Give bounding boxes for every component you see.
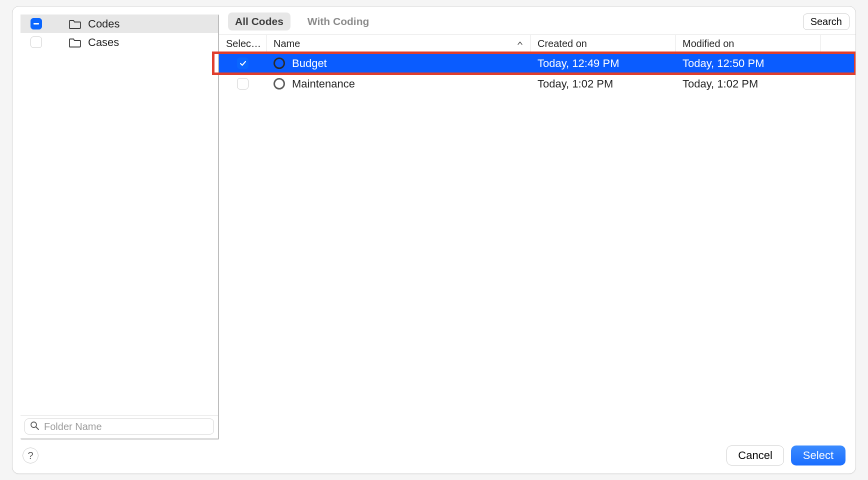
column-label: Selec… bbox=[226, 38, 261, 50]
table-row[interactable]: Maintenance Today, 1:02 PM Today, 1:02 P… bbox=[219, 74, 856, 94]
row-name: Maintenance bbox=[292, 78, 355, 90]
sidebar-search bbox=[20, 415, 218, 438]
column-header-modified[interactable]: Modified on bbox=[676, 35, 820, 52]
table-row[interactable]: Budget Today, 12:49 PM Today, 12:50 PM bbox=[219, 53, 856, 74]
search-button[interactable]: Search bbox=[803, 14, 850, 30]
folder-search-input[interactable] bbox=[24, 418, 214, 434]
picker-dialog: Codes Cases bbox=[12, 6, 856, 474]
sidebar-list: Codes Cases bbox=[20, 14, 218, 415]
sort-asc-icon bbox=[517, 40, 523, 48]
table-body: Budget Today, 12:49 PM Today, 12:50 PM M bbox=[219, 53, 856, 94]
row-modified: Today, 12:50 PM bbox=[682, 57, 764, 70]
code-color-swatch-icon bbox=[274, 78, 285, 90]
column-header-created[interactable]: Created on bbox=[530, 35, 676, 52]
column-label: Created on bbox=[538, 38, 587, 50]
checkbox-icon[interactable] bbox=[30, 36, 42, 48]
row-name: Budget bbox=[292, 57, 327, 70]
tab-all-codes[interactable]: All Codes bbox=[228, 12, 290, 30]
sidebar-item-cases[interactable]: Cases bbox=[20, 33, 218, 52]
select-button[interactable]: Select bbox=[791, 446, 846, 466]
toolbar: All Codes With Coding Search bbox=[219, 6, 856, 35]
sidebar-item-label: Codes bbox=[88, 18, 120, 30]
dialog-footer: ? Cancel Select bbox=[12, 440, 856, 474]
tab-with-coding[interactable]: With Coding bbox=[300, 12, 376, 30]
folder-search-field[interactable] bbox=[43, 420, 208, 433]
column-header-select[interactable]: Selec… bbox=[219, 35, 266, 52]
folder-icon bbox=[69, 38, 81, 48]
svg-point-0 bbox=[31, 422, 36, 428]
column-header-name[interactable]: Name bbox=[266, 35, 530, 52]
search-icon bbox=[30, 420, 39, 433]
checkbox-icon[interactable] bbox=[30, 18, 42, 30]
table-header: Selec… Name Created on Modified on bbox=[219, 35, 856, 53]
sidebar-item-codes[interactable]: Codes bbox=[20, 14, 218, 33]
folder-icon bbox=[69, 19, 81, 29]
row-checkbox[interactable] bbox=[237, 78, 248, 90]
column-header-spacer bbox=[820, 35, 856, 52]
row-modified: Today, 1:02 PM bbox=[682, 78, 758, 90]
sidebar-item-label: Cases bbox=[88, 36, 119, 49]
sidebar: Codes Cases bbox=[20, 14, 219, 440]
code-color-swatch-icon bbox=[274, 58, 285, 69]
row-created: Today, 12:49 PM bbox=[538, 57, 619, 70]
column-label: Name bbox=[274, 38, 300, 50]
main-panel: All Codes With Coding Search Selec… Name… bbox=[219, 6, 856, 440]
help-button[interactable]: ? bbox=[22, 448, 38, 464]
column-label: Modified on bbox=[682, 38, 734, 50]
row-created: Today, 1:02 PM bbox=[538, 78, 613, 90]
svg-line-1 bbox=[36, 427, 38, 430]
content-area: Codes Cases bbox=[12, 6, 856, 440]
cancel-button[interactable]: Cancel bbox=[726, 446, 784, 466]
row-checkbox[interactable] bbox=[237, 58, 248, 69]
